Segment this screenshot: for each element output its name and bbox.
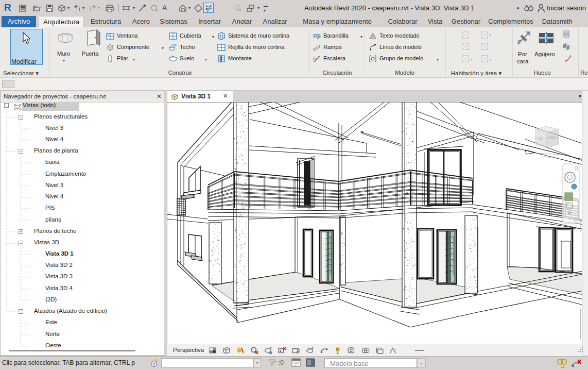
svg-text:A: A — [371, 34, 374, 39]
svg-text:DIREITA: DIREITA — [548, 136, 559, 139]
svg-text:FRE: FRE — [538, 137, 543, 140]
svg-text:R: R — [297, 350, 300, 354]
